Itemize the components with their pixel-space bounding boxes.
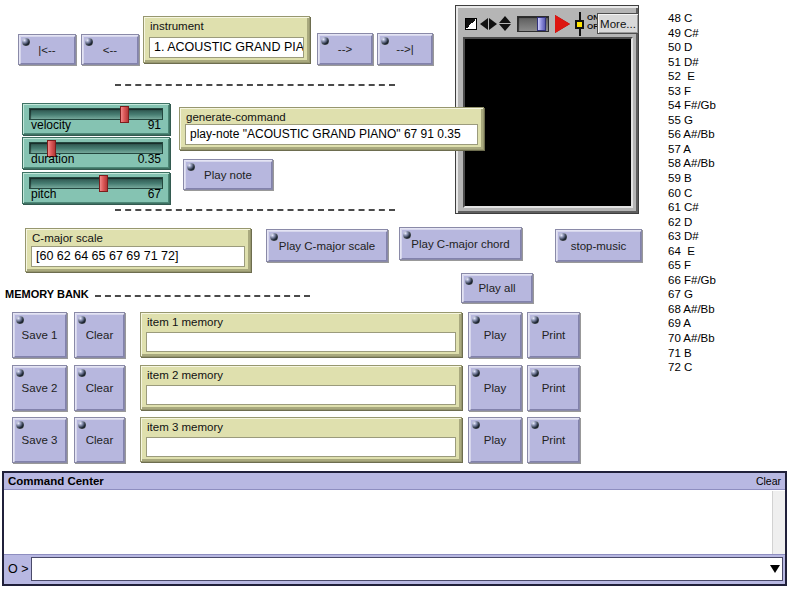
- command-input-row: O >: [4, 554, 785, 584]
- play-chord-button[interactable]: Play C-major chord: [399, 227, 522, 260]
- button-ball-icon: [22, 38, 30, 46]
- save-2-button[interactable]: Save 2: [12, 365, 67, 411]
- save-1-label: Save 1: [22, 329, 58, 341]
- print-2-button[interactable]: Print: [527, 365, 580, 411]
- print-3-button[interactable]: Print: [527, 417, 580, 463]
- button-ball-icon: [321, 37, 329, 45]
- item-3-memory-title: item 3 memory: [147, 421, 223, 433]
- app-window: |<-- <-- instrument 1. ACOUSTIC GRAND PI…: [0, 0, 789, 593]
- play-1-button[interactable]: Play: [468, 312, 522, 358]
- button-ball-icon: [531, 316, 539, 324]
- note-list-item: 71 B: [668, 346, 716, 361]
- last-instrument-label: -->|: [396, 43, 413, 55]
- button-ball-icon: [472, 316, 480, 324]
- print-1-button[interactable]: Print: [527, 312, 580, 358]
- button-ball-icon: [78, 316, 86, 324]
- vertical-arrows-icon[interactable]: [499, 16, 511, 31]
- duration-slider[interactable]: duration 0.35: [22, 137, 170, 169]
- note-list-item: 53 F: [668, 84, 716, 99]
- note-list-item: 62 D: [668, 215, 716, 230]
- item-2-memory-title: item 2 memory: [147, 369, 223, 381]
- button-ball-icon: [78, 421, 86, 429]
- clear-3-button[interactable]: Clear: [74, 417, 125, 463]
- item-3-memory-value: [146, 437, 456, 457]
- note-list-item: 64 E: [668, 244, 716, 259]
- button-ball-icon: [85, 38, 93, 46]
- command-center-header: Command Center Clear: [4, 473, 785, 490]
- button-ball-icon: [381, 37, 389, 45]
- command-input[interactable]: [31, 557, 783, 581]
- save-3-label: Save 3: [22, 434, 58, 446]
- first-instrument-button[interactable]: |<--: [18, 34, 76, 65]
- next-instrument-button[interactable]: -->: [317, 33, 373, 65]
- print-1-label: Print: [542, 329, 566, 341]
- play-all-button[interactable]: Play all: [461, 273, 533, 303]
- red-arrow-icon[interactable]: [555, 15, 570, 33]
- first-instrument-label: |<--: [38, 44, 55, 56]
- generate-command-value: play-note "ACOUSTIC GRAND PIANO" 67 91 0…: [185, 124, 478, 145]
- stop-music-button[interactable]: stop-music: [555, 229, 642, 262]
- pitch-slider-value: 67: [148, 187, 161, 201]
- note-list-item: 56 A#/Bb: [668, 127, 716, 142]
- play-3-button[interactable]: Play: [468, 417, 522, 463]
- item-1-memory-title: item 1 memory: [147, 316, 223, 328]
- command-history-dropdown[interactable]: [768, 559, 782, 579]
- note-list-item: 55 G: [668, 113, 716, 128]
- save-2-label: Save 2: [22, 382, 58, 394]
- button-ball-icon: [465, 277, 473, 285]
- command-center: Command Center Clear O >: [2, 471, 787, 586]
- item-2-memory-monitor: item 2 memory: [140, 365, 462, 410]
- midi-note-list: 48 C49 C#50 D51 D#52 E53 F54 F#/Gb55 G56…: [668, 11, 716, 375]
- speed-slider-handle[interactable]: [537, 17, 546, 31]
- play-2-button[interactable]: Play: [468, 365, 522, 411]
- save-1-button[interactable]: Save 1: [12, 312, 67, 358]
- save-3-button[interactable]: Save 3: [12, 417, 67, 463]
- play-1-label: Play: [484, 329, 506, 341]
- horizontal-arrows-icon[interactable]: [480, 18, 497, 30]
- velocity-slider[interactable]: velocity 91: [22, 103, 170, 135]
- play-2-label: Play: [484, 382, 506, 394]
- note-list-item: 48 C: [668, 11, 716, 26]
- note-list-item: 58 A#/Bb: [668, 156, 716, 171]
- more-button-label: More...: [600, 18, 636, 30]
- c-major-scale-value: [60 62 64 65 67 69 71 72]: [31, 246, 245, 267]
- last-instrument-button[interactable]: -->|: [377, 33, 433, 65]
- clear-1-button[interactable]: Clear: [74, 312, 125, 358]
- chevron-down-icon: [770, 565, 780, 573]
- item-1-memory-value: [146, 332, 456, 352]
- pitch-slider-label: pitch: [31, 187, 56, 201]
- play-scale-button[interactable]: Play C-major scale: [266, 229, 388, 262]
- button-ball-icon: [472, 369, 480, 377]
- next-instrument-label: -->: [338, 43, 352, 55]
- button-ball-icon: [16, 369, 24, 377]
- note-list-item: 52 E: [668, 69, 716, 84]
- button-ball-icon: [78, 369, 86, 377]
- contrast-icon[interactable]: [465, 18, 477, 30]
- instrument-monitor-title: instrument: [150, 20, 204, 32]
- play-chord-label: Play C-major chord: [411, 238, 509, 250]
- generate-command-title: generate-command: [186, 111, 286, 123]
- button-ball-icon: [559, 233, 567, 241]
- button-ball-icon: [270, 233, 278, 241]
- prev-instrument-label: <--: [103, 44, 117, 56]
- note-list-item: 60 C: [668, 186, 716, 201]
- world-view-canvas[interactable]: [463, 37, 633, 208]
- button-ball-icon: [187, 163, 195, 171]
- item-2-memory-value: [146, 385, 456, 405]
- note-list-item: 68 A#/Bb: [668, 302, 716, 317]
- clear-3-label: Clear: [86, 434, 113, 446]
- command-center-output[interactable]: [4, 491, 785, 554]
- clear-2-button[interactable]: Clear: [74, 365, 125, 411]
- toggle-knob[interactable]: [575, 20, 584, 29]
- pitch-slider[interactable]: pitch 67: [22, 172, 170, 204]
- c-major-scale-monitor: C-major scale [60 62 64 65 67 69 71 72]: [25, 228, 251, 272]
- more-button[interactable]: More...: [597, 13, 639, 34]
- prev-instrument-button[interactable]: <--: [81, 34, 139, 65]
- on-off-toggle[interactable]: [575, 12, 585, 36]
- speed-slider[interactable]: [517, 16, 549, 32]
- command-center-clear-button[interactable]: Clear: [756, 475, 785, 487]
- output-scrollbar[interactable]: [772, 491, 785, 554]
- note-list-item: 54 F#/Gb: [668, 98, 716, 113]
- memory-bank-label: MEMORY BANK: [5, 288, 89, 300]
- play-note-button[interactable]: Play note: [183, 159, 273, 190]
